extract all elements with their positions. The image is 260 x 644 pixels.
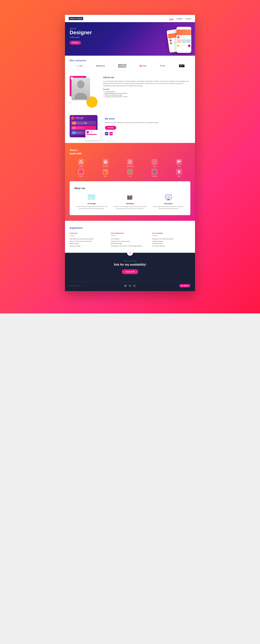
brand-mtv: MTV	[179, 64, 184, 67]
svg-point-3	[82, 162, 83, 163]
work-row-2: Design System	[71, 126, 96, 130]
trello-icon	[176, 159, 182, 165]
behance-footer-icon[interactable]: Be	[124, 284, 127, 287]
brand-audi: ○○○○ Audi	[76, 65, 83, 67]
interactive-label: Interactive	[151, 203, 186, 204]
about-prev-icon[interactable]: ▶	[70, 101, 71, 104]
work-subtitle: UI/UX Designer	[75, 118, 84, 120]
dribbble-icon[interactable]: Dribbble	[109, 132, 113, 135]
nav-item-contact[interactable]: Contact	[186, 17, 191, 20]
linkedin-footer-icon[interactable]: in	[133, 284, 136, 287]
navbar: ANALIA LUQUE Home Portfolio Contact	[65, 15, 195, 22]
branding-label: Branding	[113, 203, 147, 204]
what-branding: Branding Start from scratch designs syst…	[113, 194, 147, 210]
wordpress-label: WordPress	[151, 176, 157, 177]
hero-cta-button[interactable]: Portfolio	[70, 41, 81, 45]
work-name: Analía Luque	[75, 117, 84, 118]
brand-braun: Braun	[118, 64, 126, 68]
hero-phone-mockups: App ● ● ●	[167, 24, 193, 54]
exp-frontend-title: Front end	[70, 232, 108, 234]
work-title: My work	[105, 117, 190, 120]
svg-text:G: G	[130, 162, 130, 163]
what-i-do-section: What I do UX Des	[70, 181, 190, 215]
portfolio-button[interactable]: Portfolio	[105, 126, 116, 130]
svg-text:In: In	[80, 171, 82, 173]
exp-frontend: Front end 5 years Page layouts and style…	[70, 232, 108, 247]
exp-ux-skill-2: Interpret client's business needs	[111, 240, 149, 243]
footer-social-links: Be © in	[124, 284, 136, 287]
svg-rect-25	[129, 196, 130, 200]
footer-cta-section: Thanks for scrolling! Ask for my availab…	[65, 253, 195, 291]
tool-gotomeeting: G GoToMeeting	[119, 159, 141, 167]
fun-fact-2: Designed sticky notes are my obsession	[103, 92, 190, 94]
footer-copyright: Analía Luque 2018	[70, 285, 81, 286]
exp-ui-skill-3: Design interaction	[152, 242, 190, 245]
tool-asana: asana	[70, 159, 92, 167]
exp-fe-skill-1: Page layouts and style guides and assets	[70, 238, 108, 240]
basecamp-label: Basecamp	[103, 166, 109, 167]
tool-quip: Q Quip	[119, 169, 141, 177]
main-container: ANALIA LUQUE Home Portfolio Contact UI/U…	[65, 15, 195, 291]
exp-ux-skill-1: User Research	[111, 238, 149, 240]
svg-rect-8	[178, 161, 179, 163]
about-section: ✕ +	[65, 70, 195, 111]
footer-bottom: Analía Luque 2018 Be © in PDF CV	[70, 282, 190, 288]
what-grid: UX Design I create websites and applicat…	[74, 194, 186, 210]
toggl-label: toggl	[153, 166, 156, 167]
exp-ux: User Experience 5 years User Research In…	[111, 232, 149, 247]
worked-for-section: Who I worked for ○○○○ Audi Metallica Bra…	[65, 56, 195, 70]
nav-item-portfolio[interactable]: Portfolio	[176, 17, 183, 20]
thanks-text: Thanks for scrolling!	[70, 260, 190, 262]
fun-fact-3: I have two amazing funny dogs	[103, 94, 190, 96]
nav-item-home[interactable]: Home	[169, 17, 173, 20]
quip-icon: Q	[127, 169, 133, 175]
work-text: My work Effective and clear solutions to…	[105, 117, 190, 135]
invision-icon: In	[78, 169, 84, 175]
exp-ui-years: 8 years	[152, 235, 190, 236]
contact-me-button[interactable]: Contact Me	[122, 269, 138, 274]
exp-ui-skills: Designing UI for mobile and desktop Guid…	[152, 238, 190, 247]
zeplin-label: Zeplin	[104, 176, 107, 177]
tools-section: Tools Iwork with asana Basecamp	[65, 143, 195, 221]
asana-label: asana	[79, 166, 83, 167]
my-work-section: Analía Luque UI/UX Designer Project Alph…	[65, 111, 195, 143]
wordpress-icon: W	[151, 169, 157, 175]
fun-fact-1: I love video games	[103, 91, 190, 92]
about-text: About me I'm a UX Designer with a passio…	[103, 76, 190, 98]
exp-ui-skill-4: Use of style standards	[152, 245, 190, 247]
exp-ux-skills: User Research Interpret client's busines…	[111, 238, 149, 247]
scroll-up-button[interactable]	[127, 250, 133, 256]
what-ux-design: UX Design I create websites and applicat…	[74, 194, 109, 210]
behance-icon[interactable]: Be	[105, 132, 108, 135]
trello-label: Trello	[178, 166, 180, 167]
brand-logos: ○○○○ Audi Metallica Braun ⊙ Target TATA	[70, 64, 190, 68]
svg-point-1	[80, 160, 82, 162]
work-row-1: Project Alpha New	[71, 121, 96, 125]
brand-metallica: Metallica	[96, 65, 105, 67]
tools-grid: asana Basecamp G GoToMeeting	[70, 159, 190, 177]
maps-label: Maps	[178, 176, 180, 177]
experience-section: Experience Front end 5 years Page layout…	[65, 221, 195, 253]
toggl-icon: T	[151, 159, 157, 165]
fun-fact-4: I eat cheese pizza at least once a week!	[103, 96, 190, 98]
interactive-icon: </>	[164, 194, 173, 201]
svg-rect-23	[92, 196, 95, 199]
svg-rect-31	[166, 200, 171, 200]
experience-title: Experience	[70, 226, 190, 229]
svg-rect-22	[90, 198, 91, 198]
work-description: Effective and clear solutions to create …	[105, 122, 190, 124]
exp-ux-skill-3: Wireframes Design	[111, 242, 149, 245]
exp-ux-skill-4: Prototyping for web, mobile, and other d…	[111, 245, 149, 247]
what-interactive: </> Interactive Design delightful intera…	[151, 194, 186, 210]
basecamp-icon	[103, 159, 109, 165]
exp-ux-title: User Experience	[111, 232, 149, 234]
hero-section: UI/UX Designer Analía Luque Portfolio Ap…	[65, 22, 195, 56]
zeplin-icon	[103, 169, 109, 175]
svg-point-0	[77, 80, 85, 88]
about-title: About me	[103, 76, 190, 79]
brand-target: ⊙ Target	[139, 64, 146, 68]
cv-download-button[interactable]: PDF CV	[179, 284, 190, 288]
svg-rect-24	[128, 195, 129, 200]
exp-ui-skill-2: Guidelines Design	[152, 240, 190, 243]
tool-maps: Maps	[168, 169, 190, 177]
